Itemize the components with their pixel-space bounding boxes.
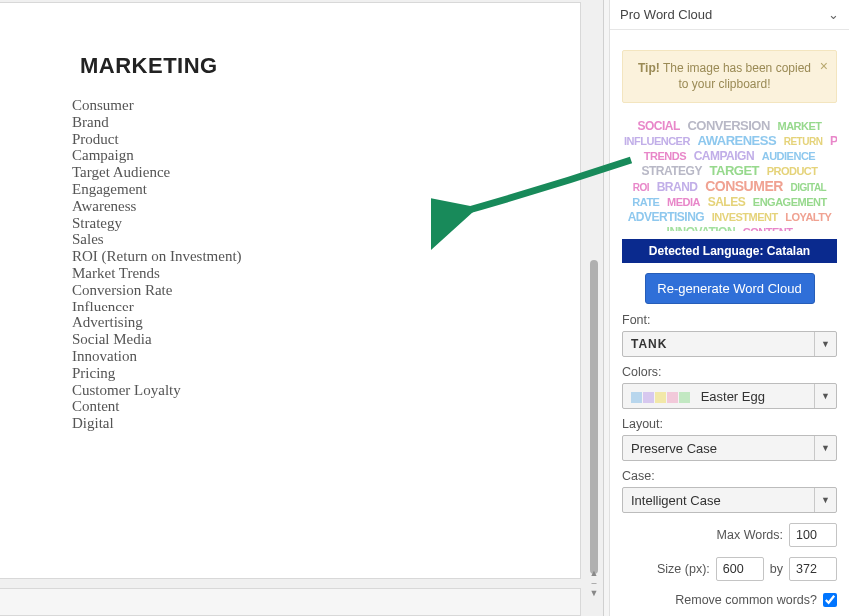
layout-label: Layout: [622, 417, 837, 431]
size-width-input[interactable] [716, 557, 764, 581]
list-item: ROI (Return on Investment) [72, 248, 580, 265]
max-words-input[interactable] [789, 523, 837, 547]
list-item: Awareness [72, 198, 580, 215]
case-value: Intelligent Case [631, 493, 721, 508]
chevron-down-icon: ▼ [814, 488, 836, 512]
list-item: Social Media [72, 331, 580, 348]
color-swatches [631, 389, 695, 404]
list-item: Sales [72, 231, 580, 248]
list-item: Influencer [72, 299, 580, 315]
size-by-label: by [770, 562, 783, 576]
layout-dropdown[interactable]: Preserve Case ▼ [622, 435, 837, 461]
max-words-label: Max Words: [717, 528, 783, 542]
list-item: Conversion Rate [72, 282, 580, 299]
colors-dropdown[interactable]: Easter Egg ▼ [622, 383, 837, 409]
scroll-thumb[interactable] [590, 260, 598, 574]
chevron-down-icon[interactable]: ▼ [587, 589, 601, 598]
list-item: Consumer [72, 97, 580, 114]
layout-value: Preserve Case [631, 441, 717, 456]
chevron-down-icon: ▼ [814, 436, 836, 460]
remove-common-label: Remove common words? [675, 593, 817, 607]
list-item: Market Trends [72, 265, 580, 282]
chevron-down-icon: ▼ [814, 332, 836, 356]
detected-language: Detected Language: Catalan [622, 239, 837, 263]
term-list: Consumer Brand Product Campaign Target A… [72, 97, 580, 432]
font-value: TANK [631, 337, 667, 351]
list-item: Strategy [72, 215, 580, 232]
tip-alert: × Tip! The image has been copied to your… [622, 50, 837, 103]
case-dropdown[interactable]: Intelligent Case ▼ [622, 487, 837, 513]
chevron-down-icon: ▼ [814, 384, 836, 408]
list-item: Product [72, 131, 580, 148]
list-item: Target Audience [72, 164, 580, 181]
list-item: Brand [72, 114, 580, 131]
word-cloud-preview[interactable]: SOCIAL CONVERSION MARKET INFLUENCER AWAR… [622, 113, 837, 231]
tip-label: Tip! [638, 61, 660, 75]
list-item: Engagement [72, 181, 580, 198]
tip-text: The image has been copied to your clipbo… [663, 61, 811, 91]
colors-value: Easter Egg [701, 389, 765, 404]
scroll-nav-icons[interactable]: ▲ – ▼ [587, 568, 601, 599]
size-label: Size (px): [657, 562, 710, 576]
font-dropdown[interactable]: TANK ▼ [622, 331, 837, 357]
dash-icon[interactable]: – [587, 579, 601, 588]
doc-title: MARKETING [80, 53, 580, 79]
pro-word-cloud-panel: Pro Word Cloud ⌄ × Tip! The image has be… [609, 0, 849, 616]
vertical-scrollbar[interactable]: ▲ – ▼ [587, 5, 601, 599]
list-item: Advertising [72, 314, 580, 331]
remove-common-checkbox[interactable] [823, 593, 837, 607]
list-item: Digital [72, 415, 580, 432]
next-page-strip [0, 588, 581, 616]
chevron-up-icon[interactable]: ▲ [587, 569, 601, 578]
chevron-down-icon[interactable]: ⌄ [828, 7, 839, 22]
case-label: Case: [622, 469, 837, 483]
size-height-input[interactable] [789, 557, 837, 581]
font-label: Font: [622, 313, 837, 327]
list-item: Customer Loyalty [72, 382, 580, 399]
panel-title: Pro Word Cloud [620, 7, 712, 22]
close-icon[interactable]: × [820, 57, 828, 75]
document-page[interactable]: MARKETING Consumer Brand Product Campaig… [0, 2, 581, 579]
list-item: Pricing [72, 365, 580, 382]
list-item: Innovation [72, 348, 580, 365]
colors-label: Colors: [622, 365, 837, 379]
list-item: Content [72, 398, 580, 415]
list-item: Campaign [72, 147, 580, 164]
regenerate-button[interactable]: Re-generate Word Cloud [645, 273, 815, 304]
